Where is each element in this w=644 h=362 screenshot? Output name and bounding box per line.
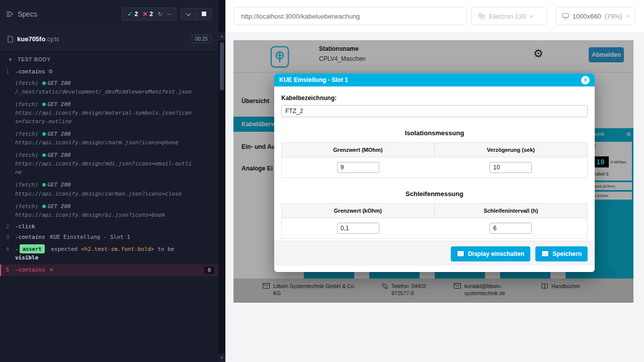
- chevron-down-icon: [626, 14, 630, 18]
- suite-toggle[interactable]: ▼ TEST BODY: [0, 50, 218, 66]
- status-dot: [42, 153, 46, 157]
- viewport-selector[interactable]: 1000x660 (79%): [555, 7, 635, 25]
- cypress-reporter: Specs ✓ 2 ✕ 2 ↻ -- kue705fo .cy.ts 00:25…: [0, 0, 218, 362]
- scroll-up-button[interactable]: ▲: [218, 32, 225, 40]
- log-command[interactable]: 2 -click: [0, 221, 218, 232]
- command-log: 1 -contains ⚙ (fetch)GET 200 /_next/stat…: [0, 66, 218, 276]
- log-fetch-row[interactable]: (fetch)GET 200 https://api.iconify.desig…: [0, 128, 218, 149]
- status-dot: [42, 103, 46, 106]
- reporter-header: Specs ✓ 2 ✕ 2 ↻ --: [0, 0, 218, 28]
- aut-toolbar: Electron 130 1000x660 (79%): [225, 0, 644, 32]
- browser-selector[interactable]: Electron 130: [471, 7, 547, 25]
- isolation-delay-input[interactable]: [490, 162, 532, 173]
- stop-run-button[interactable]: [196, 9, 212, 20]
- assert-element: <h2.text-sm.font-bold>: [81, 246, 154, 252]
- refresh-icon: ↻: [157, 11, 163, 18]
- col-header: Grenzwert (MOhm): [282, 143, 435, 157]
- scroll-down-button[interactable]: ▼: [218, 354, 225, 362]
- isolation-table: Grenzwert (MOhm) Verzögerung (sek): [281, 142, 588, 178]
- isolation-limit-input[interactable]: [337, 162, 379, 173]
- isolation-section-title: Isolationsmessung: [281, 129, 588, 137]
- cross-icon: ✕: [142, 11, 147, 18]
- retry-count-badge: 0: [204, 266, 214, 274]
- failed-count: 2: [149, 11, 153, 18]
- check-icon: ✓: [127, 11, 132, 18]
- chevron-down-icon: [186, 11, 191, 16]
- reporter-scrollbar[interactable]: ▲ ▼: [218, 0, 225, 362]
- log-fetch-row[interactable]: (fetch)GET 200 https://api.iconify.desig…: [0, 149, 218, 178]
- dialog-title: KUE Einstellung - Slot 1: [279, 76, 348, 83]
- save-button[interactable]: Speichern: [535, 246, 588, 261]
- col-header: Verzögerung (sek): [435, 143, 588, 157]
- chevron-down-icon: [529, 13, 533, 17]
- loop-limit-input[interactable]: [337, 223, 379, 234]
- log-fetch-row[interactable]: (fetch)GET 200 /_next/static/development…: [0, 77, 218, 98]
- display-icon: [457, 250, 464, 257]
- status-dot: [42, 132, 46, 136]
- spec-name: kue705fo: [17, 35, 45, 43]
- loop-section-title: Schleifenmessung: [281, 190, 588, 198]
- spec-header[interactable]: kue705fo .cy.ts 00:25: [0, 28, 218, 50]
- viewport-icon: [562, 13, 569, 20]
- fail-x-icon: ×: [49, 266, 54, 273]
- spec-file-icon: [7, 36, 13, 43]
- close-icon[interactable]: ✕: [581, 76, 590, 84]
- specs-menu-icon: [6, 11, 14, 17]
- stop-icon: [202, 12, 206, 16]
- passed-count: 2: [135, 11, 138, 18]
- aut-stage: Stationsname CPLV4_Maschen ⚙ Abmelden Üb…: [225, 32, 644, 362]
- display-on-button[interactable]: Display einschalten: [451, 246, 530, 261]
- electron-icon: [477, 12, 486, 20]
- col-header: Grenzwert (kOhm): [282, 204, 435, 218]
- app-under-test: Stationsname CPLV4_Maschen ⚙ Abmelden Üb…: [233, 40, 633, 303]
- run-stats: ✓ 2 ✕ 2 ↻ --: [122, 8, 177, 21]
- specs-label: Specs: [18, 10, 37, 18]
- log-assert[interactable]: 4 -assert expected <h2.text-sm.font-bold…: [0, 242, 218, 264]
- cable-name-input[interactable]: [281, 105, 588, 117]
- url-input[interactable]: [234, 13, 466, 20]
- dialog-footer: Display einschalten Speichern: [274, 241, 595, 266]
- assert-badge: assert: [20, 244, 45, 254]
- loop-interval-input[interactable]: [490, 223, 532, 234]
- loop-table: Grenzwert (kOhm) Schleifenintervall (h): [281, 203, 588, 239]
- log-command[interactable]: 3 -contains KUE Einstellung - Slot 1: [0, 232, 218, 242]
- gear-icon: ⚙: [48, 68, 53, 75]
- caret-down-icon: ▼: [8, 57, 13, 62]
- scrollbar-thumb[interactable]: [220, 42, 224, 90]
- collapse-button[interactable]: [181, 9, 196, 20]
- viewport-size: 1000x660: [573, 13, 601, 20]
- status-dot: [42, 81, 46, 85]
- status-dot: [42, 205, 46, 208]
- specs-button[interactable]: Specs: [6, 10, 37, 18]
- log-fetch-row[interactable]: (fetch)GET 200 https://api.iconify.desig…: [0, 98, 218, 128]
- viewport-zoom: (79%): [605, 13, 622, 20]
- log-command[interactable]: 1 -contains ⚙: [0, 66, 218, 77]
- log-fetch-row[interactable]: (fetch)GET 200 https://api.iconify.desig…: [0, 178, 218, 200]
- browser-label: Electron 130: [489, 13, 526, 20]
- spec-ext: .cy.ts: [45, 36, 59, 43]
- col-header: Schleifenintervall (h): [435, 204, 588, 218]
- pending-count: --: [167, 11, 171, 18]
- cable-name-label: Kabelbezeichnung:: [281, 95, 588, 102]
- spec-duration: 00:25: [192, 35, 211, 43]
- kue-settings-dialog: KUE Einstellung - Slot 1 ✕ Kabelbezeichn…: [274, 73, 595, 272]
- save-icon: [541, 250, 549, 257]
- suite-label: TEST BODY: [18, 56, 51, 62]
- status-dot: [42, 183, 46, 187]
- url-bar[interactable]: [233, 7, 467, 25]
- dialog-header: KUE Einstellung - Slot 1 ✕: [274, 73, 595, 86]
- log-fetch-row[interactable]: (fetch)GET 200 https://api.iconify.desig…: [0, 200, 218, 221]
- log-command-failed[interactable]: 5 -contains × 0: [0, 264, 218, 276]
